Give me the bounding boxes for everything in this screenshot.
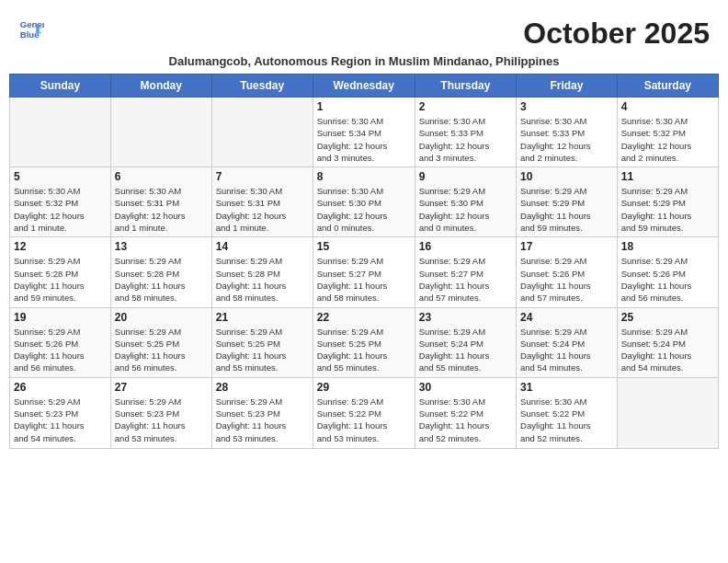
calendar-cell: 25Sunrise: 5:29 AM Sunset: 5:24 PM Dayli…: [617, 307, 718, 377]
day-number: 19: [14, 311, 107, 324]
day-number: 27: [115, 381, 208, 394]
calendar-cell: 14Sunrise: 5:29 AM Sunset: 5:28 PM Dayli…: [211, 237, 313, 307]
day-info: Sunrise: 5:30 AM Sunset: 5:31 PM Dayligh…: [216, 185, 309, 234]
calendar-cell: 1Sunrise: 5:30 AM Sunset: 5:34 PM Daylig…: [313, 98, 415, 167]
day-number: 29: [317, 381, 411, 394]
day-number: 6: [115, 170, 208, 183]
calendar-cell: 19Sunrise: 5:29 AM Sunset: 5:26 PM Dayli…: [10, 307, 111, 377]
day-info: Sunrise: 5:29 AM Sunset: 5:25 PM Dayligh…: [115, 326, 208, 374]
calendar-cell: 31Sunrise: 5:30 AM Sunset: 5:22 PM Dayli…: [517, 377, 618, 448]
day-info: Sunrise: 5:29 AM Sunset: 5:23 PM Dayligh…: [115, 396, 208, 444]
day-info: Sunrise: 5:29 AM Sunset: 5:25 PM Dayligh…: [216, 326, 309, 374]
day-number: 24: [520, 311, 613, 324]
calendar-cell: 17Sunrise: 5:29 AM Sunset: 5:26 PM Dayli…: [517, 237, 618, 307]
day-number: 7: [216, 170, 309, 183]
day-number: 22: [317, 311, 411, 324]
day-info: Sunrise: 5:29 AM Sunset: 5:28 PM Dayligh…: [216, 255, 309, 304]
calendar-cell: 22Sunrise: 5:29 AM Sunset: 5:25 PM Dayli…: [313, 307, 415, 377]
day-number: 31: [520, 381, 613, 394]
day-info: Sunrise: 5:30 AM Sunset: 5:34 PM Dayligh…: [317, 115, 411, 164]
day-number: 5: [14, 170, 107, 183]
calendar-cell: 4Sunrise: 5:30 AM Sunset: 5:32 PM Daylig…: [617, 98, 718, 167]
calendar-cell: 18Sunrise: 5:29 AM Sunset: 5:26 PM Dayli…: [617, 237, 718, 307]
day-number: 16: [419, 240, 512, 253]
calendar-cell: 29Sunrise: 5:29 AM Sunset: 5:22 PM Dayli…: [313, 377, 415, 448]
calendar-cell: [617, 377, 718, 448]
calendar-cell: 13Sunrise: 5:29 AM Sunset: 5:28 PM Dayli…: [110, 237, 211, 307]
day-info: Sunrise: 5:29 AM Sunset: 5:26 PM Dayligh…: [520, 255, 613, 304]
day-number: 28: [216, 381, 309, 394]
day-info: Sunrise: 5:29 AM Sunset: 5:26 PM Dayligh…: [14, 326, 107, 374]
calendar-subtitle: Dalumangcob, Autonomous Region in Muslim…: [9, 54, 719, 68]
day-info: Sunrise: 5:29 AM Sunset: 5:23 PM Dayligh…: [14, 396, 107, 444]
day-number: 13: [115, 240, 208, 253]
calendar-cell: 8Sunrise: 5:30 AM Sunset: 5:30 PM Daylig…: [313, 167, 415, 237]
calendar-cell: 21Sunrise: 5:29 AM Sunset: 5:25 PM Dayli…: [211, 307, 313, 377]
calendar-cell: 20Sunrise: 5:29 AM Sunset: 5:25 PM Dayli…: [110, 307, 211, 377]
day-number: 8: [317, 170, 411, 183]
day-number: 18: [621, 240, 714, 253]
day-info: Sunrise: 5:29 AM Sunset: 5:27 PM Dayligh…: [317, 255, 411, 304]
day-info: Sunrise: 5:29 AM Sunset: 5:26 PM Dayligh…: [621, 255, 714, 304]
day-number: 21: [216, 311, 309, 324]
day-info: Sunrise: 5:30 AM Sunset: 5:31 PM Dayligh…: [115, 185, 208, 234]
day-info: Sunrise: 5:30 AM Sunset: 5:30 PM Dayligh…: [317, 185, 411, 234]
day-info: Sunrise: 5:29 AM Sunset: 5:23 PM Dayligh…: [216, 396, 309, 444]
day-number: 3: [520, 100, 613, 113]
calendar-table: SundayMondayTuesdayWednesdayThursdayFrid…: [9, 74, 719, 449]
day-number: 17: [520, 240, 613, 253]
day-info: Sunrise: 5:30 AM Sunset: 5:32 PM Dayligh…: [621, 115, 714, 164]
day-number: 12: [14, 240, 107, 253]
day-info: Sunrise: 5:29 AM Sunset: 5:24 PM Dayligh…: [520, 326, 613, 374]
calendar-cell: [211, 98, 313, 167]
calendar-cell: 2Sunrise: 5:30 AM Sunset: 5:33 PM Daylig…: [415, 98, 516, 167]
day-number: 14: [216, 240, 309, 253]
day-info: Sunrise: 5:30 AM Sunset: 5:32 PM Dayligh…: [14, 185, 107, 234]
day-number: 15: [317, 240, 411, 253]
calendar-cell: 27Sunrise: 5:29 AM Sunset: 5:23 PM Dayli…: [110, 377, 211, 448]
day-number: 4: [621, 100, 714, 113]
calendar-cell: 26Sunrise: 5:29 AM Sunset: 5:23 PM Dayli…: [10, 377, 111, 448]
day-number: 30: [419, 381, 512, 394]
day-number: 2: [419, 100, 512, 113]
day-info: Sunrise: 5:29 AM Sunset: 5:27 PM Dayligh…: [419, 255, 512, 304]
day-number: 9: [419, 170, 512, 183]
day-info: Sunrise: 5:30 AM Sunset: 5:22 PM Dayligh…: [520, 396, 613, 444]
calendar-cell: 6Sunrise: 5:30 AM Sunset: 5:31 PM Daylig…: [110, 167, 211, 237]
calendar-cell: 10Sunrise: 5:29 AM Sunset: 5:29 PM Dayli…: [517, 167, 618, 237]
day-info: Sunrise: 5:29 AM Sunset: 5:25 PM Dayligh…: [317, 326, 411, 374]
day-number: 26: [14, 381, 107, 394]
calendar-cell: 11Sunrise: 5:29 AM Sunset: 5:29 PM Dayli…: [617, 167, 718, 237]
calendar-cell: 23Sunrise: 5:29 AM Sunset: 5:24 PM Dayli…: [415, 307, 516, 377]
calendar-cell: 12Sunrise: 5:29 AM Sunset: 5:28 PM Dayli…: [10, 237, 111, 307]
calendar-cell: 24Sunrise: 5:29 AM Sunset: 5:24 PM Dayli…: [517, 307, 618, 377]
day-number: 20: [115, 311, 208, 324]
day-header-monday: Monday: [110, 75, 211, 98]
calendar-cell: 15Sunrise: 5:29 AM Sunset: 5:27 PM Dayli…: [313, 237, 415, 307]
day-number: 10: [520, 170, 613, 183]
day-info: Sunrise: 5:29 AM Sunset: 5:30 PM Dayligh…: [419, 185, 512, 234]
day-info: Sunrise: 5:30 AM Sunset: 5:33 PM Dayligh…: [419, 115, 512, 164]
day-info: Sunrise: 5:29 AM Sunset: 5:22 PM Dayligh…: [317, 396, 411, 444]
calendar-cell: 28Sunrise: 5:29 AM Sunset: 5:23 PM Dayli…: [211, 377, 313, 448]
month-title: October 2025: [523, 17, 710, 51]
page-header: General Blue October 2025: [9, 9, 719, 51]
day-header-tuesday: Tuesday: [211, 75, 313, 98]
calendar-cell: [10, 98, 111, 167]
day-info: Sunrise: 5:29 AM Sunset: 5:28 PM Dayligh…: [115, 255, 208, 304]
day-number: 25: [621, 311, 714, 324]
calendar-cell: 9Sunrise: 5:29 AM Sunset: 5:30 PM Daylig…: [415, 167, 516, 237]
calendar-cell: 30Sunrise: 5:30 AM Sunset: 5:22 PM Dayli…: [415, 377, 516, 448]
calendar-cell: [110, 98, 211, 167]
day-header-thursday: Thursday: [415, 75, 516, 98]
svg-text:General: General: [20, 19, 44, 29]
calendar-cell: 7Sunrise: 5:30 AM Sunset: 5:31 PM Daylig…: [211, 167, 313, 237]
day-header-wednesday: Wednesday: [313, 75, 415, 98]
day-number: 11: [621, 170, 714, 183]
calendar-cell: 5Sunrise: 5:30 AM Sunset: 5:32 PM Daylig…: [10, 167, 111, 237]
calendar-cell: 16Sunrise: 5:29 AM Sunset: 5:27 PM Dayli…: [415, 237, 516, 307]
day-number: 23: [419, 311, 512, 324]
day-info: Sunrise: 5:29 AM Sunset: 5:29 PM Dayligh…: [621, 185, 714, 234]
day-info: Sunrise: 5:29 AM Sunset: 5:28 PM Dayligh…: [14, 255, 107, 304]
day-header-sunday: Sunday: [10, 75, 111, 98]
